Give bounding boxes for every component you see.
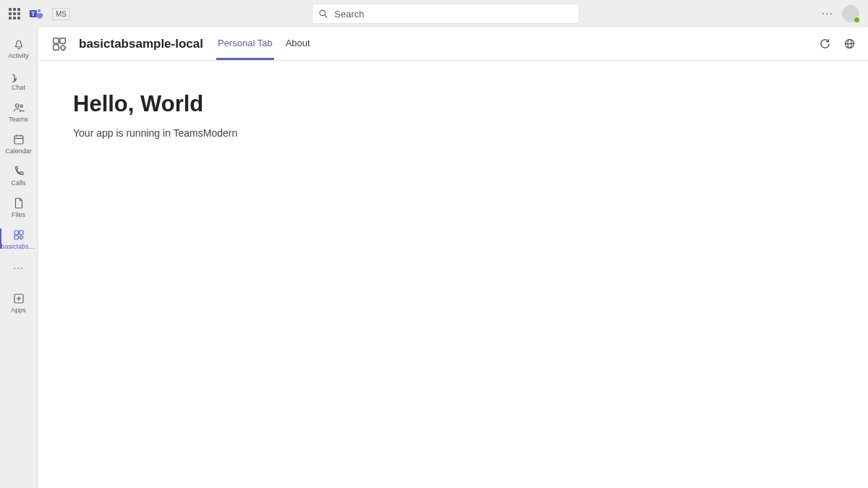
rail-item-activity[interactable]: Activity: [0, 32, 37, 64]
rail-item-teams[interactable]: Teams: [0, 95, 37, 127]
rail-item-chat[interactable]: Chat: [0, 64, 37, 95]
svg-rect-18: [54, 38, 59, 43]
org-badge: MS: [52, 8, 70, 20]
svg-point-3: [320, 10, 326, 16]
svg-point-2: [38, 9, 41, 12]
file-icon: [12, 196, 26, 210]
rail-label: Calls: [11, 180, 25, 187]
rail-label: Apps: [11, 307, 26, 314]
content-heading: Hello, World: [73, 91, 833, 117]
refresh-icon[interactable]: [817, 37, 832, 51]
user-avatar[interactable]: [842, 5, 859, 22]
tab-content: Hello, World Your app is running in Team…: [38, 61, 868, 169]
svg-rect-13: [14, 235, 18, 239]
bell-icon: [12, 37, 26, 51]
svg-rect-20: [54, 44, 59, 49]
svg-rect-11: [14, 231, 18, 234]
rail-item-custom-app[interactable]: basictabsa...: [0, 223, 37, 254]
rail-label: basictabsa...: [1, 244, 36, 250]
top-bar: T MS ···: [0, 0, 868, 27]
rail-label: Activity: [8, 53, 29, 59]
globe-icon[interactable]: [842, 37, 856, 51]
svg-point-5: [15, 103, 19, 107]
app-launcher-icon[interactable]: [9, 8, 20, 20]
rail-more-icon[interactable]: ···: [0, 254, 37, 281]
svg-rect-14: [19, 235, 22, 239]
search-icon: [318, 9, 328, 19]
svg-point-6: [20, 105, 22, 107]
app-title: basictabsample-local: [79, 37, 203, 51]
chat-icon: [12, 69, 26, 83]
content-subtext: Your app is running in TeamsModern: [73, 127, 833, 139]
presence-indicator: [854, 17, 860, 23]
svg-rect-7: [14, 135, 23, 143]
apps-plus-icon: [12, 291, 26, 306]
svg-text:T: T: [31, 11, 35, 17]
rail-item-calendar[interactable]: Calendar: [0, 127, 37, 159]
search-wrap: [70, 4, 822, 24]
people-icon: [12, 100, 26, 115]
settings-more-icon[interactable]: ···: [822, 7, 833, 20]
main-panel: basictabsample-local Personal Tab About …: [38, 27, 868, 488]
calendar-icon: [12, 132, 26, 147]
rail-item-apps[interactable]: Apps: [0, 286, 37, 318]
rail-item-calls[interactable]: Calls: [0, 159, 37, 191]
svg-rect-12: [19, 231, 22, 234]
tab-actions: [817, 37, 856, 51]
body: Activity Chat Teams Calendar: [0, 27, 868, 488]
rail-label: Chat: [12, 85, 25, 91]
svg-rect-19: [60, 38, 65, 43]
top-bar-right: ···: [822, 5, 859, 22]
app-tile-icon: [12, 228, 26, 242]
tab-about[interactable]: About: [284, 27, 312, 60]
svg-line-4: [325, 15, 328, 18]
search-input[interactable]: [334, 9, 573, 20]
rail-label: Calendar: [5, 148, 32, 155]
top-bar-left: T MS: [9, 7, 70, 21]
tab-header: basictabsample-local Personal Tab About: [38, 27, 868, 61]
rail-item-files[interactable]: Files: [0, 191, 37, 223]
search-box[interactable]: [312, 4, 579, 24]
teams-logo-icon[interactable]: T: [29, 7, 43, 21]
app-root: T MS ··· Activity: [0, 0, 868, 488]
rail-label: Teams: [9, 116, 28, 123]
left-rail: Activity Chat Teams Calendar: [0, 27, 38, 488]
tab-personal[interactable]: Personal Tab: [216, 27, 274, 60]
phone-icon: [12, 164, 26, 179]
svg-rect-21: [60, 45, 66, 51]
app-header-icon: [50, 35, 69, 53]
rail-label: Files: [12, 212, 25, 218]
